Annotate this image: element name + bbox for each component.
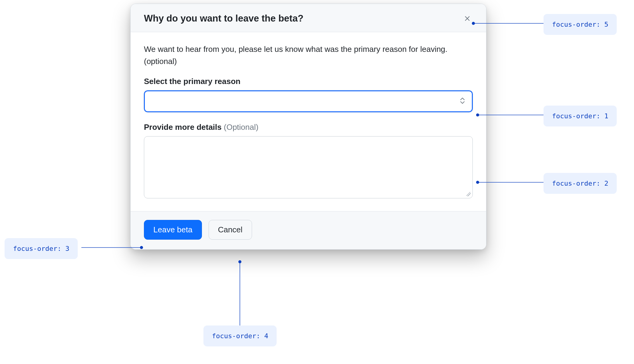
primary-reason-select[interactable] [144, 90, 473, 112]
dialog-body: We want to hear from you, please let us … [131, 32, 486, 211]
svg-point-4 [238, 260, 241, 263]
leave-beta-button[interactable]: Leave beta [144, 220, 202, 240]
dialog-intro: We want to hear from you, please let us … [144, 43, 473, 68]
dialog: Why do you want to leave the beta? We wa… [130, 4, 486, 250]
annotation-1: focus-order: 1 [544, 106, 617, 126]
artboard: Why do you want to leave the beta? We wa… [0, 0, 634, 364]
close-icon [464, 15, 471, 22]
details-textarea[interactable] [144, 136, 473, 198]
select-chevron-icon [460, 97, 465, 106]
dialog-footer: Leave beta Cancel [131, 211, 486, 249]
dialog-header: Why do you want to leave the beta? [131, 4, 486, 32]
annotation-4: focus-order: 4 [203, 325, 277, 346]
annotation-2: focus-order: 2 [544, 173, 617, 194]
cancel-button[interactable]: Cancel [209, 220, 252, 240]
annotation-5: focus-order: 5 [544, 14, 617, 35]
details-label-text: Provide more details [144, 123, 222, 132]
details-label: Provide more details (Optional) [144, 123, 473, 132]
details-optional: (Optional) [224, 123, 258, 132]
annotation-3: focus-order: 3 [5, 238, 78, 259]
dialog-title: Why do you want to leave the beta? [144, 13, 303, 24]
close-button[interactable] [462, 13, 473, 24]
primary-reason-label: Select the primary reason [144, 77, 473, 86]
